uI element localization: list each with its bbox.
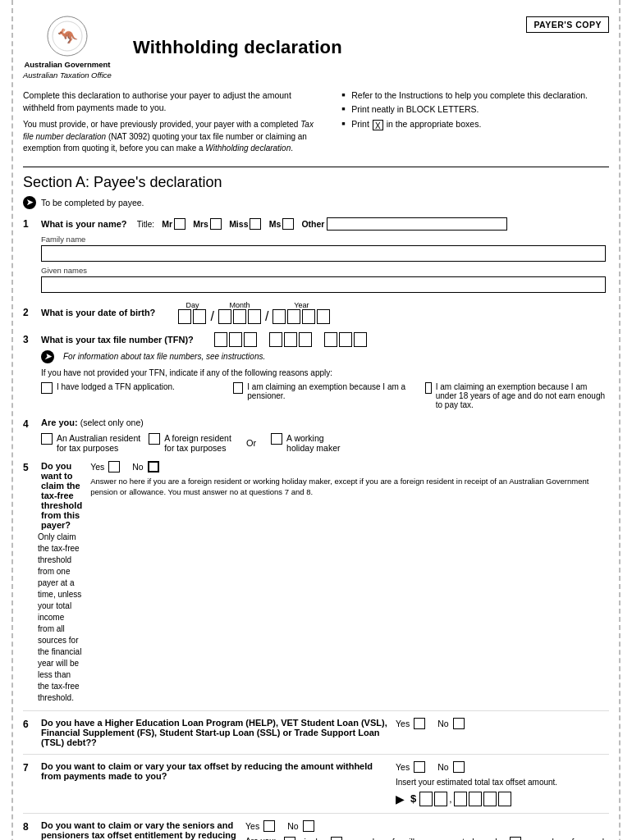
q2-number: 2	[23, 307, 38, 318]
amount-d5[interactable]	[483, 792, 497, 806]
tfn-no-tfn-text: If you have not provided your TFN, indic…	[41, 368, 609, 377]
q8-no: No	[287, 820, 314, 832]
q8-no-checkbox[interactable]	[303, 820, 314, 832]
q6-no-label: No	[437, 719, 448, 728]
amount-d6[interactable]	[498, 792, 511, 806]
q8-single-checkbox[interactable]	[284, 837, 295, 840]
q4-label: Are you: (select only one)	[41, 418, 144, 427]
intro-bullet1: Refer to the Instructions to help you co…	[341, 89, 609, 103]
tfn-6[interactable]	[299, 332, 312, 347]
q8-yes-checkbox[interactable]	[263, 820, 275, 832]
title-mr: Mr	[162, 218, 185, 230]
comma-1: ,	[449, 793, 451, 805]
tfn-option-3-label: I am claiming an exemption because I am …	[436, 382, 609, 409]
amount-d4[interactable]	[469, 792, 482, 806]
q8-illness-couple-checkbox[interactable]	[331, 837, 342, 840]
tfn-2[interactable]	[229, 332, 242, 347]
q8-couple-checkbox[interactable]	[510, 837, 521, 840]
q6-right: Yes No	[396, 718, 609, 729]
tfn-group-2	[269, 332, 312, 347]
dob-year-3[interactable]	[302, 309, 315, 324]
dob-month-2[interactable]	[233, 309, 246, 324]
tfn-option-1-checkbox[interactable]	[41, 382, 53, 394]
q1-title-label: Title:	[137, 220, 154, 229]
q5-left: 5 Do you want to claim the tax-free thre…	[23, 461, 90, 704]
tfn-4[interactable]	[269, 332, 282, 347]
are-you-foreign-checkbox[interactable]	[149, 433, 160, 445]
q8-illness-couple: a member of an illness-separated couple	[331, 837, 502, 840]
q8-couple-label: a member of a couple	[525, 837, 609, 840]
arrow-circle-icon: ➤	[23, 196, 36, 209]
dob-year-1[interactable]	[272, 309, 286, 324]
title-ms-checkbox[interactable]	[282, 218, 294, 230]
intro-left: Complete this declaration to authorise y…	[23, 89, 317, 155]
dob-year-4[interactable]	[317, 309, 330, 324]
question-2: 2 What is your date of birth? Day / Mont…	[23, 301, 609, 324]
q7-yn-labels: Yes No	[396, 761, 609, 773]
q6-yes-label: Yes	[396, 719, 410, 728]
tfn-7[interactable]	[324, 332, 337, 347]
intro-bullet3: Print X in the appropriate boxes.	[341, 118, 609, 131]
are-you-holiday-checkbox[interactable]	[271, 433, 282, 445]
q8-single: single	[284, 837, 322, 840]
to-complete-row: ➤ To be completed by payee.	[23, 196, 609, 209]
tfn-5[interactable]	[284, 332, 297, 347]
q8-number: 8	[23, 821, 38, 833]
dob-day-2[interactable]	[193, 309, 206, 324]
tax-offset-insert-label: Insert your estimated total tax offset a…	[396, 778, 557, 787]
tfn-option-2: I am claiming an exemption because I am …	[233, 382, 417, 409]
dollar-sign: $	[410, 792, 416, 805]
q6-number: 6	[23, 719, 38, 730]
dob-year: Year	[272, 301, 330, 324]
tfn-group-1	[214, 332, 257, 347]
title-other-label: Other	[301, 219, 324, 229]
title-mr-checkbox[interactable]	[174, 218, 185, 230]
are-you-resident-checkbox[interactable]	[41, 433, 53, 445]
tfn-9[interactable]	[354, 332, 367, 347]
tfn-option-2-checkbox[interactable]	[233, 382, 243, 394]
title-mr-label: Mr	[162, 219, 172, 229]
intro-right: Refer to the Instructions to help you co…	[341, 89, 609, 155]
amount-d2[interactable]	[434, 792, 447, 806]
q8-no-label: No	[287, 821, 298, 831]
q5-yes-checkbox[interactable]	[108, 461, 120, 472]
q8-label: Do you want to claim or vary the seniors…	[41, 820, 237, 840]
tfn-8[interactable]	[339, 332, 352, 347]
q6-yes-checkbox[interactable]	[414, 718, 425, 729]
to-complete-text: To be completed by payee.	[41, 198, 144, 208]
q7-no-checkbox[interactable]	[453, 761, 465, 773]
title-miss-checkbox[interactable]	[250, 218, 261, 230]
title-mrs: Mrs	[193, 218, 222, 230]
tfn-1[interactable]	[214, 332, 227, 347]
family-name-label: Family name	[41, 235, 609, 244]
tfn-info-text: For information about tax file numbers, …	[63, 352, 265, 361]
q1-label: What is your name? Title: Mr Mrs Miss	[41, 217, 507, 231]
amount-d3[interactable]	[454, 792, 467, 806]
dob-month-3[interactable]	[248, 309, 261, 324]
dob-year-2[interactable]	[287, 309, 300, 324]
intro-section: Complete this declaration to authorise y…	[23, 89, 609, 155]
q5-number: 5	[23, 462, 38, 473]
title-other-input[interactable]	[327, 217, 507, 231]
q6-no-checkbox[interactable]	[453, 718, 465, 729]
given-names-input[interactable]	[41, 276, 606, 293]
tfn-option-3-checkbox[interactable]	[425, 382, 432, 394]
amount-d1[interactable]	[419, 792, 433, 806]
q5-no-checkbox[interactable]	[148, 461, 159, 472]
question-6: 6 Do you have a Higher Education Loan Pr…	[23, 718, 609, 755]
tfn-info-icon: ➤	[41, 350, 54, 363]
tfn-3[interactable]	[244, 332, 257, 347]
family-name-input[interactable]	[41, 245, 606, 262]
q7-yes-checkbox[interactable]	[414, 761, 425, 773]
q7-right: Yes No Insert your estimated total tax o…	[396, 761, 609, 806]
logo-area: 🦘 Australian Government Australian Taxat…	[23, 15, 112, 81]
dob-month-1[interactable]	[218, 309, 231, 324]
dob-row: Day / Month / Year	[178, 301, 330, 324]
q5-yn-labels: Yes No	[90, 461, 609, 472]
slash-1: /	[210, 309, 213, 324]
dob-day-1[interactable]	[178, 309, 191, 324]
q7-no: No	[437, 761, 464, 773]
title-mrs-checkbox[interactable]	[210, 218, 222, 230]
intro-p1: Complete this declaration to authorise y…	[23, 89, 317, 116]
q8-right: Yes No Are you: single a member of an il…	[245, 820, 609, 840]
